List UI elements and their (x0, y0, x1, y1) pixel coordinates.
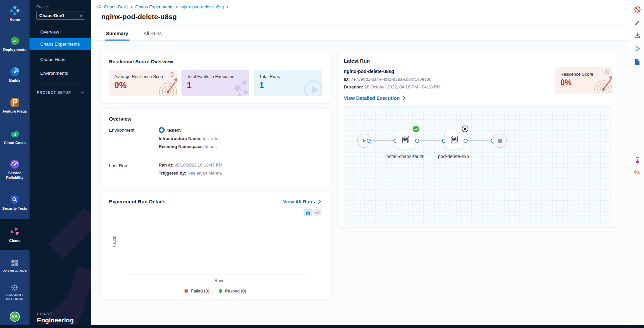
sidebar-item-service-reliability[interactable]: Service Reliability (0, 159, 30, 180)
sidebar-item-label: Deployments (0, 48, 30, 52)
run-id-label: ID: (344, 77, 350, 82)
sidebar-item-chaos-experiments[interactable]: Chaos Experiments (30, 38, 91, 50)
sidebar-item-environments[interactable]: Environments (30, 67, 91, 79)
sidebar-item-dashboards[interactable]: DASHBOARDS (0, 259, 30, 273)
user-avatar[interactable]: NM (10, 312, 20, 322)
sidebar-item-chaos-hubs[interactable]: Chaos Hubs (30, 54, 91, 66)
namespace-value: litmus (205, 144, 217, 149)
ban-icon (634, 6, 641, 13)
view-manifest-button[interactable] (633, 58, 641, 66)
sidebar-item-feature-flags[interactable]: Feature Flags (0, 97, 30, 114)
pipeline-end-node[interactable] (493, 134, 507, 148)
last-run-row: Last Run Ran at: 28/10/2022 16:18:47 PM … (109, 157, 322, 183)
svg-text:$: $ (14, 132, 16, 137)
duration-label: Duration: (344, 84, 363, 89)
chart-plot-area (128, 217, 310, 274)
tab-all-runs[interactable]: All Runs (143, 31, 162, 41)
disable-experiment-button[interactable] (633, 5, 641, 13)
stat-label: Total Runs (259, 74, 316, 79)
info-icon[interactable] (605, 70, 610, 76)
stopped-badge-icon (462, 125, 469, 134)
brand-block: CHAOS Engineering (37, 312, 74, 324)
stop-icon (498, 139, 502, 143)
sidebar-item-security-tests[interactable]: Security Tests (0, 194, 30, 211)
triggered-by-value: Neelanjan Manna (187, 171, 222, 176)
security-tests-icon (0, 194, 30, 205)
edit-experiment-button[interactable] (633, 18, 641, 26)
view-detailed-execution-label: View Detailed Execution (344, 95, 400, 101)
line-chart-toggle-icon[interactable] (313, 209, 322, 216)
brand-bottom: Engineering (37, 317, 74, 324)
sidebar-item-label: Home (0, 17, 30, 22)
tab-summary[interactable]: Summary (105, 31, 129, 41)
sidebar-item-account-settings[interactable]: ACCOUNT SETTINGS (0, 283, 30, 301)
score-label: Resilience Score (560, 72, 607, 77)
feature-flags-icon (0, 97, 30, 108)
legend-item-failed[interactable]: Failed (0) (184, 288, 209, 293)
sidebar-item-cloud-costs[interactable]: $ Cloud Costs (0, 129, 30, 145)
breadcrumb-link[interactable]: Chaos Experiments (135, 4, 173, 9)
environment-name[interactable]: testenv (167, 128, 181, 133)
chevron-right-icon (317, 199, 322, 204)
ran-at-label: Ran at: (159, 162, 173, 168)
left-column: Resilience Score Overview Average Resili… (101, 51, 330, 328)
latest-run-card: Latest Run nginx-pod-delete-u8sg ID: 7e7… (337, 51, 618, 227)
run-experiment-button[interactable] (633, 45, 641, 53)
chart-legend: Failed (0) Passed (0) (109, 288, 322, 293)
sidebar-item-builds[interactable]: Builds (0, 66, 30, 83)
pipeline-port-icon (464, 139, 468, 143)
chevron-down-icon (80, 90, 85, 94)
pipeline-view-button[interactable] (633, 169, 641, 177)
execution-pipeline-panel: install-chaos-faults pod-delete-sxp (344, 106, 611, 225)
project-setup-toggle[interactable]: PROJECT SETUP (37, 90, 85, 94)
breadcrumb-separator: > (130, 5, 133, 9)
project-name: Chaos-Dev1 (39, 13, 64, 18)
view-all-runs-link[interactable]: View All Runs (283, 199, 322, 204)
page-header: Chaos-Dev1 > Chaos Experiments > nginx-p… (91, 0, 630, 25)
infrastructure-label: Infrastructure Name: (159, 136, 202, 141)
info-icon[interactable] (169, 72, 174, 78)
sidebar-item-deployments[interactable]: ∞ Deployments (0, 36, 30, 52)
sidebar-item-home[interactable]: Home (0, 5, 30, 22)
score-value: 0% (560, 78, 607, 87)
bar-chart-toggle-icon[interactable] (304, 209, 312, 216)
sidebar-item-overview[interactable]: Overview (30, 26, 91, 38)
chart-x-axis-label: Runs (128, 278, 310, 283)
success-badge-icon (412, 125, 420, 134)
flask-icon (634, 157, 641, 163)
chevron-right-icon (402, 96, 407, 101)
page-title: nginx-pod-delete-u8sg (101, 13, 630, 21)
bottom-bar (0, 325, 644, 328)
expand-project-icon: » (80, 13, 82, 18)
pipeline-node-pod-delete-sxp[interactable] (445, 130, 464, 149)
project-sidebar: Project Chaos-Dev1 » Overview Chaos Expe… (30, 0, 91, 328)
stat-tile-average-resilience-score: Average Resilience Score 0% (109, 70, 177, 96)
pipeline-port-icon (415, 139, 419, 143)
stat-value: 1 (259, 80, 316, 90)
main-area: Chaos-Dev1 > Chaos Experiments > nginx-p… (91, 0, 630, 328)
stat-label: Average Resilience Score (114, 74, 171, 79)
brand-watermark (30, 184, 91, 328)
card-title: Latest Run (344, 58, 611, 64)
breadcrumb-separator: > (226, 5, 228, 9)
breadcrumb: Chaos-Dev1 > Chaos Experiments > nginx-p… (96, 4, 630, 10)
play-icon (362, 138, 367, 143)
home-icon (0, 5, 30, 16)
legend-item-passed[interactable]: Passed (0) (219, 288, 246, 293)
svg-text:∞: ∞ (13, 39, 16, 44)
run-id-value: 7e7390d1-3a44-4bf2-b38a-cd7df140ec86 (351, 77, 431, 82)
row-label: Last Run (109, 162, 159, 179)
breadcrumb-link[interactable]: Chaos-Dev1 (104, 4, 128, 9)
chaos-studio-button[interactable] (633, 156, 641, 164)
view-detailed-execution-link[interactable]: View Detailed Execution (344, 95, 611, 101)
gear-icon (0, 283, 30, 291)
brand-top: CHAOS (37, 312, 74, 316)
sidebar-item-chaos[interactable]: Chaos (0, 219, 30, 250)
app-root: Home ∞ Deployments Builds Feature Flags … (0, 0, 644, 328)
breadcrumb-link[interactable]: nginx-pod-delete-u8sg (180, 4, 224, 9)
namespace-label: Residing Namespace: (159, 144, 204, 149)
right-column: Latest Run nginx-pod-delete-u8sg ID: 7e7… (337, 51, 618, 328)
download-manifest-button[interactable] (633, 31, 641, 40)
chart-y-axis-label: Faults (112, 236, 117, 247)
project-selector[interactable]: Chaos-Dev1 » (36, 11, 85, 20)
